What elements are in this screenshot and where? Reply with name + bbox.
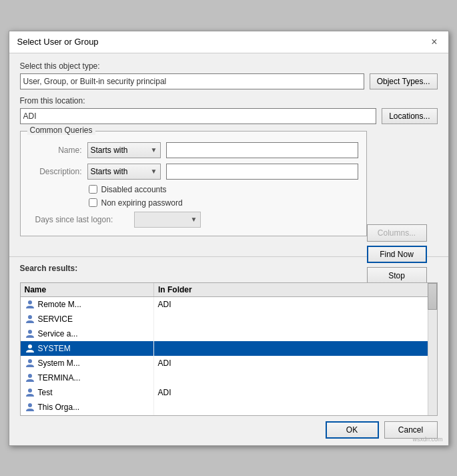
- results-tbody: Remote M...ADISERVICEService a...SYSTEMS…: [21, 296, 437, 416]
- cell-folder: ADI: [154, 415, 437, 416]
- location-input[interactable]: [20, 108, 377, 124]
- days-dropdown-arrow: ▼: [191, 216, 197, 223]
- desc-text-input[interactable]: [166, 164, 358, 180]
- table-header-row: Name In Folder: [21, 283, 437, 297]
- scrollbar-track: [428, 283, 437, 415]
- table-row[interactable]: SERVICE: [21, 312, 437, 326]
- user-icon: [25, 299, 35, 310]
- name-row: Name: Starts with ▼: [29, 142, 358, 158]
- cell-folder: [154, 371, 437, 385]
- dialog-title: Select User or Group: [17, 37, 99, 47]
- cell-folder: [154, 400, 437, 415]
- object-type-row: Object Types...: [20, 73, 438, 89]
- disabled-accounts-label: Disabled accounts: [101, 185, 167, 194]
- cell-name: Remote M...: [21, 297, 154, 312]
- days-label: Days since last logon:: [35, 215, 129, 224]
- locations-button[interactable]: Locations...: [382, 108, 437, 124]
- svg-point-9: [28, 330, 32, 334]
- cell-folder: ADI: [154, 356, 437, 371]
- object-type-input[interactable]: [20, 73, 364, 89]
- select-user-dialog: Select User or Group × Select this objec…: [9, 31, 449, 446]
- object-type-label: Select this object type:: [20, 61, 438, 71]
- close-button[interactable]: ×: [428, 37, 440, 47]
- table-row[interactable]: Remote M...ADI: [21, 296, 437, 312]
- object-types-button[interactable]: Object Types...: [370, 73, 438, 89]
- cell-name-text: TERMINA...: [38, 373, 81, 383]
- svg-point-8: [28, 315, 32, 319]
- cell-name: This Orga...: [21, 400, 154, 415]
- dialog-body: Select this object type: Object Types...…: [9, 53, 448, 256]
- svg-point-11: [28, 359, 32, 363]
- user-icon: [25, 402, 35, 413]
- user-icon: [25, 343, 35, 354]
- svg-point-7: [28, 300, 32, 304]
- col-header-name: Name: [21, 283, 154, 297]
- table-row[interactable]: TestADI: [21, 385, 437, 400]
- results-table: Name In Folder Remote M...ADISERVICEServ…: [21, 283, 437, 416]
- col-header-folder: In Folder: [154, 283, 437, 297]
- table-row[interactable]: System M...ADI: [21, 356, 437, 371]
- cell-folder: [154, 326, 437, 341]
- cell-name-text: SYSTEM: [38, 344, 71, 353]
- desc-label: Description:: [29, 167, 82, 176]
- columns-button[interactable]: Columns...: [367, 224, 427, 242]
- user-icon: [25, 314, 35, 324]
- name-dropdown-arrow: ▼: [151, 146, 157, 154]
- table-row[interactable]: Service a...: [21, 326, 437, 341]
- cell-name-text: Test: [38, 388, 53, 397]
- user-icon: [25, 373, 35, 383]
- cell-name-text: SERVICE: [38, 314, 73, 324]
- ok-button[interactable]: OK: [326, 421, 379, 439]
- name-dropdown[interactable]: Starts with ▼: [87, 142, 161, 158]
- svg-point-12: [28, 374, 32, 378]
- user-icon: [25, 387, 35, 398]
- cell-folder: ADI: [154, 296, 437, 312]
- cell-name: System M...: [21, 356, 154, 371]
- disabled-accounts-checkbox[interactable]: [89, 185, 97, 194]
- desc-dropdown[interactable]: Starts with ▼: [87, 164, 161, 180]
- cell-name: SERVICE: [21, 312, 154, 326]
- non-expiring-row: Non expiring password: [89, 198, 358, 208]
- table-row[interactable]: This Orga...: [21, 400, 437, 415]
- cell-folder: ADI: [154, 385, 437, 400]
- find-now-button[interactable]: Find Now: [367, 246, 427, 263]
- svg-point-14: [28, 403, 32, 407]
- cell-name: SYSTEM: [21, 341, 154, 356]
- days-dropdown[interactable]: ▼: [134, 212, 201, 228]
- non-expiring-checkbox[interactable]: [89, 198, 97, 207]
- cell-folder: [154, 341, 437, 356]
- days-row: Days since last logon: ▼: [29, 212, 358, 228]
- footer-buttons: OK Cancel: [20, 421, 438, 439]
- results-table-wrap[interactable]: Name In Folder Remote M...ADISERVICEServ…: [20, 282, 438, 416]
- name-text-input[interactable]: [166, 142, 358, 158]
- description-row: Description: Starts with ▼: [29, 164, 358, 180]
- dialog-footer: Search results: Name In Folder Remote M.…: [9, 256, 448, 445]
- disabled-accounts-row: Disabled accounts: [89, 185, 358, 194]
- cell-name-text: System M...: [38, 359, 80, 368]
- non-expiring-label: Non expiring password: [101, 198, 183, 208]
- object-type-group: Select this object type: Object Types...: [20, 61, 438, 89]
- common-queries-content: Name: Starts with ▼ Description: Starts …: [21, 132, 366, 236]
- title-bar: Select User or Group ×: [9, 31, 448, 53]
- location-label: From this location:: [20, 96, 438, 105]
- name-label: Name:: [29, 146, 82, 155]
- cell-name-text: This Orga...: [38, 403, 80, 412]
- cell-name: TERMINA...: [21, 371, 154, 385]
- common-queries-box: Common Queries Name: Starts with ▼ Descr…: [20, 131, 367, 236]
- name-dropdown-value: Starts with: [91, 146, 128, 155]
- desc-dropdown-value: Starts with: [91, 167, 128, 176]
- table-row[interactable]: SYSTEM: [21, 341, 437, 356]
- cell-name-text: Service a...: [38, 329, 78, 338]
- cell-name-text: Remote M...: [38, 300, 81, 309]
- user-icon: [25, 358, 35, 369]
- desc-dropdown-arrow: ▼: [151, 168, 157, 175]
- common-queries-title: Common Queries: [27, 126, 95, 135]
- scrollbar-thumb[interactable]: [428, 283, 437, 310]
- watermark: wsxdn.com: [412, 436, 442, 443]
- table-row[interactable]: TERMINA...: [21, 371, 437, 385]
- cell-name: Service a...: [21, 326, 154, 341]
- svg-point-10: [28, 344, 32, 348]
- cell-name: Users: [21, 415, 154, 416]
- table-row[interactable]: UsersADI: [21, 415, 437, 416]
- svg-point-13: [28, 389, 32, 393]
